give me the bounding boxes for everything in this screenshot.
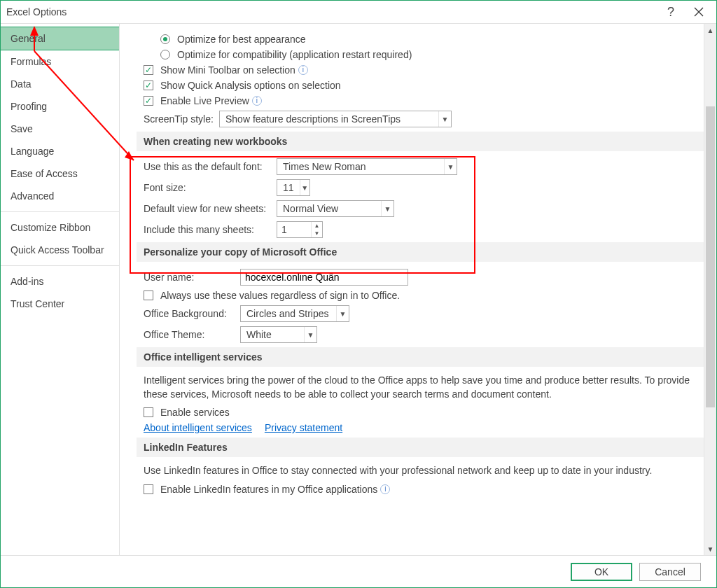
sidebar-item-quick-access-toolbar[interactable]: Quick Access Toolbar <box>1 239 119 261</box>
checkbox-enable-linkedin[interactable] <box>144 484 153 494</box>
sidebar-item-ease-of-access[interactable]: Ease of Access <box>1 162 119 185</box>
sidebar-item-save[interactable]: Save <box>1 118 119 140</box>
radio-best-appearance[interactable] <box>160 34 170 44</box>
default-font-combo[interactable]: Times New Roman ▼ <box>277 158 457 175</box>
scroll-down-icon[interactable]: ▼ <box>704 542 716 555</box>
sidebar-item-general[interactable]: General <box>1 27 119 50</box>
sidebar-item-data[interactable]: Data <box>1 73 119 95</box>
section-intelligent-services: Office intelligent services <box>137 347 704 367</box>
spinner-up-icon[interactable]: ▲ <box>312 222 322 230</box>
checkbox-quick-analysis-label: Show Quick Analysis options on selection <box>160 80 341 91</box>
sidebar-item-add-ins[interactable]: Add-ins <box>1 270 119 293</box>
checkbox-always-use[interactable] <box>144 290 153 300</box>
checkbox-mini-toolbar-label: Show Mini Toolbar on selection <box>160 64 295 76</box>
titlebar: Excel Options ? <box>1 1 716 23</box>
chevron-down-icon: ▼ <box>336 306 349 321</box>
section-linkedin: LinkedIn Features <box>137 438 704 457</box>
help-icon[interactable]: ? <box>655 5 687 20</box>
sidebar-item-language[interactable]: Language <box>1 140 119 162</box>
intelligent-services-desc: Intelligent services bring the power of … <box>144 374 704 401</box>
sheets-label: Include this many sheets: <box>144 224 277 235</box>
dialog-footer: OK Cancel <box>1 555 716 587</box>
checkbox-enable-linkedin-label: Enable LinkedIn features in my Office ap… <box>160 484 377 495</box>
link-about-intelligent-services[interactable]: About intelligent services <box>144 422 252 433</box>
link-privacy-statement[interactable]: Privacy statement <box>265 422 342 433</box>
office-background-combo[interactable]: Circles and Stripes ▼ <box>240 305 349 322</box>
vertical-scrollbar[interactable]: ▲ ▼ <box>704 24 716 555</box>
font-size-combo[interactable]: 11 ▼ <box>277 179 310 196</box>
chevron-down-icon: ▼ <box>381 201 394 216</box>
sidebar-item-proofing[interactable]: Proofing <box>1 95 119 118</box>
main-panel: Optimize for best appearance Optimize fo… <box>120 24 716 555</box>
office-theme-combo[interactable]: White ▼ <box>240 326 317 343</box>
screentip-combo[interactable]: Show feature descriptions in ScreenTips … <box>219 111 452 127</box>
excel-options-dialog: Excel Options ? General Formulas Data Pr… <box>0 0 717 588</box>
radio-best-appearance-label: Optimize for best appearance <box>177 34 306 45</box>
sidebar-item-customize-ribbon[interactable]: Customize Ribbon <box>1 216 119 239</box>
scroll-thumb[interactable] <box>706 106 715 407</box>
sidebar-item-formulas[interactable]: Formulas <box>1 50 119 73</box>
radio-compatibility-label: Optimize for compatibility (application … <box>177 49 412 60</box>
checkbox-live-preview[interactable] <box>144 96 153 106</box>
default-font-label: Use this as the default font: <box>144 161 277 172</box>
radio-compatibility[interactable] <box>160 50 170 59</box>
chevron-down-icon: ▼ <box>438 111 451 127</box>
sidebar: General Formulas Data Proofing Save Lang… <box>1 24 120 555</box>
spinner-down-icon[interactable]: ▼ <box>312 230 322 237</box>
default-view-combo[interactable]: Normal View ▼ <box>277 200 394 217</box>
linkedin-desc: Use LinkedIn features in Office to stay … <box>144 464 704 478</box>
user-name-label: User name: <box>144 272 240 283</box>
font-size-label: Font size: <box>144 182 277 193</box>
default-view-label: Default view for new sheets: <box>144 203 277 214</box>
info-icon[interactable]: i <box>252 96 262 106</box>
office-background-label: Office Background: <box>144 308 240 319</box>
info-icon[interactable]: i <box>298 65 308 75</box>
chevron-down-icon: ▼ <box>304 327 316 342</box>
checkbox-enable-services-label: Enable services <box>160 407 230 418</box>
sidebar-item-advanced[interactable]: Advanced <box>1 185 119 207</box>
section-new-workbooks: When creating new workbooks <box>137 132 704 151</box>
checkbox-quick-analysis[interactable] <box>144 80 153 90</box>
sheets-spinner[interactable]: 1 ▲▼ <box>277 221 323 238</box>
sidebar-item-trust-center[interactable]: Trust Center <box>1 293 119 315</box>
scroll-up-icon[interactable]: ▲ <box>704 24 716 36</box>
chevron-down-icon: ▼ <box>300 180 309 195</box>
ok-button[interactable]: OK <box>571 563 632 581</box>
checkbox-enable-services[interactable] <box>144 407 153 417</box>
checkbox-live-preview-label: Enable Live Preview <box>160 95 249 106</box>
info-icon[interactable]: i <box>380 484 390 494</box>
screentip-label: ScreenTip style: <box>144 113 219 125</box>
office-theme-label: Office Theme: <box>144 329 240 340</box>
close-icon[interactable] <box>687 7 711 17</box>
user-name-input[interactable] <box>240 269 408 286</box>
checkbox-mini-toolbar[interactable] <box>144 65 153 75</box>
cancel-button[interactable]: Cancel <box>639 563 701 581</box>
window-title: Excel Options <box>6 6 67 18</box>
chevron-down-icon: ▼ <box>444 159 457 174</box>
section-personalize: Personalize your copy of Microsoft Offic… <box>137 242 704 262</box>
checkbox-always-use-label: Always use these values regardless of si… <box>160 290 400 301</box>
